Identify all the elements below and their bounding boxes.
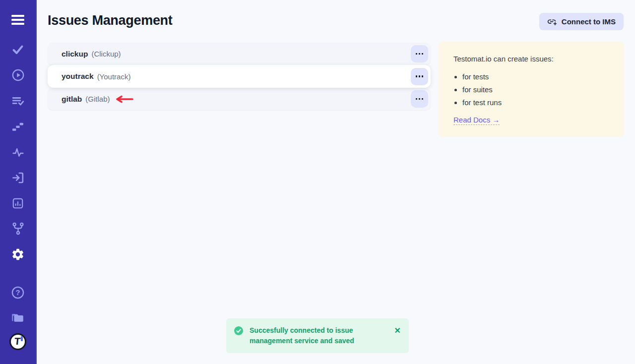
integration-type: (Youtrack) — [97, 72, 131, 81]
integration-row-youtrack[interactable]: youtrack (Youtrack) — [48, 65, 431, 88]
read-docs-link[interactable]: Read Docs → — [453, 116, 500, 125]
logo-circle: T — [9, 333, 26, 350]
branches-fork-icon[interactable] — [0, 222, 36, 236]
logo-letter: T — [14, 336, 21, 347]
tests-check-icon[interactable] — [0, 44, 36, 56]
help-icon[interactable]: ? — [0, 286, 36, 300]
pulse-icon[interactable] — [0, 146, 36, 159]
import-icon[interactable] — [0, 171, 36, 184]
info-box-item: for test runs — [462, 98, 609, 107]
integration-row-clickup[interactable]: clickup (Clickup) — [48, 43, 431, 65]
connect-button-label: Connect to IMS — [562, 17, 616, 26]
svg-text:?: ? — [15, 288, 20, 297]
link-plus-icon — [547, 18, 557, 26]
integration-name: gitlab — [62, 95, 82, 104]
steps-icon[interactable] — [0, 121, 36, 133]
success-toast: Succesfully connected to issue managemen… — [226, 318, 409, 353]
sidebar: ? T — [0, 0, 37, 364]
integration-row-gitlab[interactable]: gitlab (Gitlab) — [48, 88, 431, 110]
red-arrow-left-icon — [115, 95, 134, 103]
success-check-icon — [234, 326, 243, 335]
settings-gear-icon[interactable] — [0, 247, 36, 261]
integrations-list: clickup (Clickup) youtrack (Youtrack) gi… — [48, 43, 431, 110]
menu-icon[interactable] — [0, 14, 36, 26]
runs-play-icon[interactable] — [0, 68, 36, 82]
integration-name: youtrack — [62, 72, 94, 81]
ellipsis-menu-icon[interactable] — [411, 68, 428, 85]
info-box-item: for suites — [462, 85, 609, 94]
integration-name: clickup — [62, 50, 88, 59]
connect-to-ims-button[interactable]: Connect to IMS — [539, 13, 624, 30]
integration-type: (Clickup) — [91, 50, 121, 58]
info-box-item: for tests — [462, 72, 609, 81]
plans-list-check-icon[interactable] — [0, 95, 36, 108]
ellipsis-menu-icon[interactable] — [411, 90, 428, 108]
close-icon[interactable]: ✕ — [394, 326, 401, 335]
info-box-title: Testomat.io can create issues: — [453, 55, 609, 63]
logo-accent-bar — [21, 336, 23, 341]
testomat-logo[interactable]: T — [0, 333, 36, 350]
info-box-list: for tests for suites for test runs — [462, 72, 609, 107]
analytics-chart-icon[interactable] — [0, 197, 36, 210]
integration-type: (Gitlab) — [85, 95, 110, 103]
page-title: Issues Management — [48, 13, 173, 28]
info-box: Testomat.io can create issues: for tests… — [439, 42, 624, 137]
projects-folder-icon[interactable] — [0, 311, 36, 324]
toast-message: Succesfully connected to issue managemen… — [250, 325, 380, 346]
ellipsis-menu-icon[interactable] — [411, 45, 428, 62]
